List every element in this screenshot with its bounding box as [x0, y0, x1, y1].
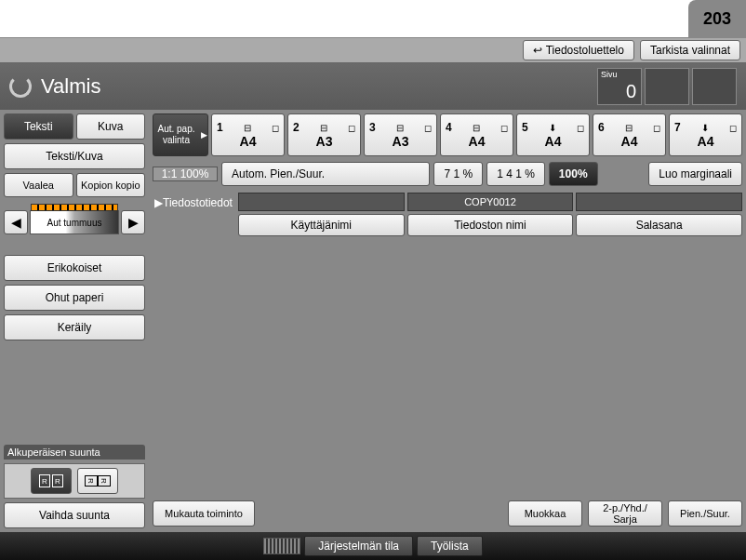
tray-size: A4 [698, 134, 714, 149]
username-value [238, 193, 405, 211]
tray-6[interactable]: 6⊟◻ A4 [593, 113, 666, 156]
footer-bar: Järjestelmän tila Työlista [0, 532, 746, 560]
return-icon: ↩ [533, 44, 542, 57]
zoom-141-button[interactable]: 1 4 1 % [486, 162, 545, 186]
tray-number: 6 [598, 121, 605, 134]
right-panel: Aut. pap. valinta 1⊟◻ A4 2⊟◻ A3 3⊟◻ A3 4… [149, 110, 746, 532]
orientation-icon: ◻ [500, 123, 508, 133]
orientation-icon: ◻ [577, 123, 584, 133]
copy-of-copy-button[interactable]: Kopion kopio [76, 173, 146, 197]
tray-size: A4 [545, 134, 562, 149]
orientation-icon: ◻ [272, 123, 279, 133]
tray-level-icon: ⊟ [473, 123, 480, 133]
density-darker-button[interactable]: ▶ [121, 210, 145, 234]
tray-level-icon: ⊟ [625, 123, 633, 133]
page-icon: R [52, 474, 63, 487]
mixed-sizes-button[interactable]: Erikokoiset [4, 255, 145, 281]
light-button[interactable]: Vaalea [4, 173, 73, 197]
password-value [576, 193, 742, 211]
edit-button[interactable]: Muokkaa [508, 500, 582, 527]
orientation-icon: ◻ [424, 123, 432, 133]
top-toolbar: ↩ Tiedostoluettelo Tarkista valinnat [0, 37, 746, 63]
density-lighter-button[interactable]: ◀ [4, 210, 28, 234]
spinner-icon [9, 75, 32, 98]
orientation-group: R R R R [4, 463, 145, 499]
tray-7[interactable]: 7⬇◻ A4 [669, 113, 742, 156]
tray-size: A3 [393, 134, 409, 149]
tray-number: 2 [293, 121, 300, 134]
auto-paper-select[interactable]: Aut. pap. valinta [153, 113, 208, 156]
auto-density-label: Aut tummuus [47, 218, 102, 228]
job-list-button[interactable]: Työlista [417, 536, 483, 556]
original-type-text-image[interactable]: Teksti/Kuva [4, 143, 145, 169]
create-margin-button[interactable]: Luo marginaali [648, 162, 742, 186]
counter-cell-3 [692, 68, 737, 105]
tray-level-icon: ⊟ [396, 123, 404, 133]
auto-paper-label: Aut. pap. valinta [153, 124, 199, 146]
page-value: 0 [626, 81, 636, 102]
toner-level-icon [263, 538, 300, 554]
tray-1[interactable]: 1⊟◻ A4 [211, 113, 285, 156]
collate-button[interactable]: Keräily [4, 314, 145, 340]
page-label: Sivu [601, 70, 618, 79]
tray-size: A4 [469, 134, 486, 149]
tray-number: 5 [522, 121, 528, 134]
duplex-combine-series-button[interactable]: 2-p./Yhd./ Sarja [588, 500, 662, 527]
password-button[interactable]: Salasana [576, 214, 742, 236]
reduce-enlarge-button[interactable]: Pien./Suur. [668, 500, 742, 527]
page-icon: R [98, 475, 111, 487]
zoom-71-button[interactable]: 7 1 % [433, 162, 483, 186]
orientation-icon: ◻ [348, 123, 355, 133]
tray-level-icon: ⊟ [320, 123, 327, 133]
tray-2[interactable]: 2⊟◻ A3 [287, 113, 361, 156]
tray-3[interactable]: 3⊟◻ A3 [364, 113, 437, 156]
page-number-tab: 203 [688, 0, 746, 37]
tray-4[interactable]: 4⊟◻ A4 [440, 113, 513, 156]
file-list-label: Tiedostoluettelo [546, 44, 624, 57]
tray-number: 1 [217, 121, 223, 134]
tray-number: 4 [446, 121, 452, 134]
page-icon: R [85, 475, 98, 487]
tray-level-icon: ⬇ [549, 123, 556, 133]
orientation-icon: ◻ [729, 123, 737, 133]
orientation-header: Alkuperäisen suunta [4, 445, 145, 460]
density-scale-icon [31, 204, 118, 211]
file-info-row: ▶Tiedostotiedot COPY0012 Käyttäjänimi Ti… [153, 193, 742, 236]
tray-level-icon: ⊟ [244, 123, 251, 133]
tray-size: A4 [621, 134, 638, 149]
tray-number: 7 [674, 121, 681, 134]
customize-function-button[interactable]: Mukauta toiminto [153, 500, 255, 527]
auto-reduce-enlarge-button[interactable]: Autom. Pien./Suur. [221, 162, 430, 186]
tray-size: A3 [316, 134, 333, 149]
file-info-header: ▶Tiedostotiedot [153, 193, 234, 213]
original-type-image[interactable]: Kuva [76, 113, 146, 140]
zoom-100-button[interactable]: 100% [549, 162, 598, 186]
change-direction-button[interactable]: Vaihda suunta [4, 502, 145, 528]
tray-5[interactable]: 5⬇◻ A4 [516, 113, 590, 156]
orientation-icon: ◻ [653, 123, 660, 133]
tray-number: 3 [369, 121, 376, 134]
paper-tray-row: Aut. pap. valinta 1⊟◻ A4 2⊟◻ A3 3⊟◻ A3 4… [153, 113, 742, 156]
system-status-button[interactable]: Järjestelmän tila [304, 536, 413, 556]
username-button[interactable]: Käyttäjänimi [238, 214, 405, 236]
left-panel: Teksti Kuva Teksti/Kuva Vaalea Kopion ko… [0, 110, 149, 532]
file-list-button[interactable]: ↩ Tiedostoluettelo [523, 40, 634, 60]
current-ratio: 1:1 100% [153, 167, 218, 181]
filename-button[interactable]: Tiedoston nimi [407, 214, 574, 236]
orientation-readable[interactable]: R R [31, 468, 72, 494]
tray-size: A4 [240, 134, 257, 149]
status-bar: Valmis Sivu 0 [0, 63, 746, 110]
zoom-row: 1:1 100% Autom. Pien./Suur. 7 1 % 1 4 1 … [153, 161, 742, 187]
original-type-text[interactable]: Teksti [4, 113, 73, 140]
check-settings-button[interactable]: Tarkista valinnat [640, 40, 740, 60]
auto-density-display[interactable]: Aut tummuus [30, 210, 119, 234]
page-counter: Sivu 0 [597, 68, 642, 105]
thin-paper-button[interactable]: Ohut paperi [4, 285, 145, 311]
status-text: Valmis [41, 74, 597, 99]
tray-level-icon: ⬇ [701, 123, 709, 133]
bottom-action-row: Mukauta toiminto Muokkaa 2-p./Yhd./ Sarj… [153, 499, 742, 528]
filename-value: COPY0012 [407, 193, 574, 211]
counter-cell-2 [645, 68, 689, 105]
page-icon: R [39, 474, 50, 487]
orientation-unreadable[interactable]: R R [77, 468, 118, 494]
